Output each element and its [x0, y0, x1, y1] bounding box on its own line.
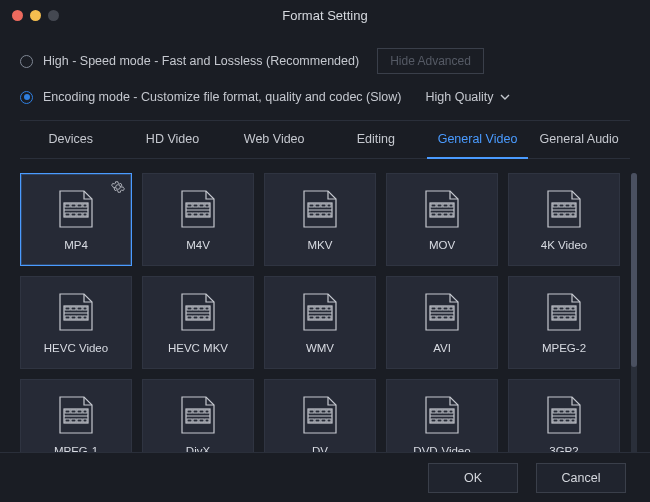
film-file-icon [176, 395, 220, 435]
ok-button[interactable]: OK [428, 463, 518, 493]
format-tile-hevc-video[interactable]: HEVC Video [20, 276, 132, 369]
svg-rect-124 [327, 410, 331, 413]
svg-rect-143 [565, 410, 570, 413]
quality-label: High Quality [426, 90, 494, 104]
svg-rect-111 [187, 410, 192, 413]
titlebar: Format Setting [0, 0, 650, 30]
svg-rect-17 [199, 213, 204, 216]
svg-rect-66 [193, 316, 198, 319]
svg-rect-88 [449, 316, 453, 319]
format-tile-mp4[interactable]: MP4 [20, 173, 132, 266]
svg-rect-14 [205, 204, 209, 207]
svg-rect-145 [553, 419, 558, 422]
svg-rect-87 [443, 316, 448, 319]
svg-rect-47 [565, 213, 570, 216]
quality-dropdown[interactable]: High Quality [420, 86, 516, 108]
gear-icon[interactable] [111, 180, 125, 194]
format-label: MP4 [64, 239, 88, 251]
tab-web-video[interactable]: Web Video [223, 121, 325, 158]
format-label: MKV [308, 239, 333, 251]
svg-rect-95 [553, 316, 558, 319]
mode-encoding-row[interactable]: Encoding mode - Customize file format, q… [20, 86, 630, 108]
format-tile-4k-video[interactable]: 4K Video [508, 173, 620, 266]
svg-rect-125 [309, 419, 314, 422]
film-file-icon [298, 189, 342, 229]
svg-rect-55 [65, 316, 70, 319]
svg-rect-62 [193, 307, 198, 310]
svg-rect-26 [315, 213, 320, 216]
film-file-icon [176, 292, 220, 332]
chevron-down-icon [500, 94, 510, 100]
format-grid: MP4M4VMKVMOV4K VideoHEVC VideoHEVC MKVWM… [20, 173, 620, 472]
radio-highspeed[interactable] [20, 55, 33, 68]
svg-rect-134 [449, 410, 453, 413]
svg-rect-142 [559, 410, 564, 413]
format-tile-mpeg-2[interactable]: MPEG-2 [508, 276, 620, 369]
svg-rect-63 [199, 307, 204, 310]
svg-rect-138 [449, 419, 453, 422]
svg-rect-82 [437, 307, 442, 310]
format-label: MOV [429, 239, 455, 251]
svg-rect-115 [187, 419, 192, 422]
svg-rect-85 [431, 316, 436, 319]
cancel-button[interactable]: Cancel [536, 463, 626, 493]
film-file-icon [176, 189, 220, 229]
svg-rect-21 [309, 204, 314, 207]
format-tile-mov[interactable]: MOV [386, 173, 498, 266]
svg-rect-65 [187, 316, 192, 319]
svg-rect-43 [565, 204, 570, 207]
svg-rect-6 [71, 213, 76, 216]
svg-rect-5 [65, 213, 70, 216]
svg-rect-13 [199, 204, 204, 207]
svg-rect-148 [571, 419, 575, 422]
film-file-icon [54, 189, 98, 229]
svg-rect-46 [559, 213, 564, 216]
svg-rect-135 [431, 419, 436, 422]
format-tile-avi[interactable]: AVI [386, 276, 498, 369]
mode-highspeed-label: High - Speed mode - Fast and Lossless (R… [43, 54, 359, 68]
tab-devices[interactable]: Devices [20, 121, 122, 158]
svg-rect-107 [77, 419, 82, 422]
svg-rect-75 [309, 316, 314, 319]
svg-rect-98 [571, 316, 575, 319]
scrollbar-thumb[interactable] [631, 173, 637, 367]
svg-rect-24 [327, 204, 331, 207]
svg-rect-92 [559, 307, 564, 310]
tab-general-video[interactable]: General Video [427, 121, 529, 159]
format-tile-hevc-mkv[interactable]: HEVC MKV [142, 276, 254, 369]
svg-rect-118 [205, 419, 209, 422]
mode-highspeed-row[interactable]: High - Speed mode - Fast and Lossless (R… [20, 48, 630, 74]
svg-rect-116 [193, 419, 198, 422]
svg-rect-123 [321, 410, 326, 413]
svg-rect-128 [327, 419, 331, 422]
radio-encoding[interactable] [20, 91, 33, 104]
mode-encoding-label: Encoding mode - Customize file format, q… [43, 90, 402, 104]
format-tile-mkv[interactable]: MKV [264, 173, 376, 266]
svg-rect-64 [205, 307, 209, 310]
format-label: HEVC Video [44, 342, 108, 354]
svg-rect-35 [431, 213, 436, 216]
tab-general-audio[interactable]: General Audio [528, 121, 630, 158]
format-tile-m4v[interactable]: M4V [142, 173, 254, 266]
svg-rect-127 [321, 419, 326, 422]
minimize-window-button[interactable] [30, 10, 41, 21]
svg-rect-122 [315, 410, 320, 413]
close-window-button[interactable] [12, 10, 23, 21]
hide-advanced-button[interactable]: Hide Advanced [377, 48, 484, 74]
tab-editing[interactable]: Editing [325, 121, 427, 158]
svg-rect-106 [71, 419, 76, 422]
film-file-icon [298, 292, 342, 332]
svg-rect-31 [431, 204, 436, 207]
film-file-icon [542, 189, 586, 229]
tab-hd-video[interactable]: HD Video [122, 121, 224, 158]
format-tile-wmv[interactable]: WMV [264, 276, 376, 369]
film-file-icon [420, 292, 464, 332]
svg-rect-54 [83, 307, 87, 310]
film-file-icon [420, 189, 464, 229]
svg-rect-15 [187, 213, 192, 216]
svg-rect-23 [321, 204, 326, 207]
svg-rect-112 [193, 410, 198, 413]
maximize-window-button[interactable] [48, 10, 59, 21]
svg-rect-4 [83, 204, 87, 207]
format-label: HEVC MKV [168, 342, 228, 354]
